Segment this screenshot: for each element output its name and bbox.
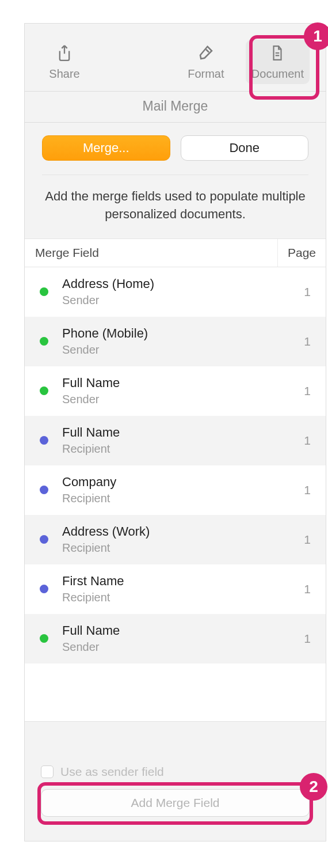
status-dot <box>40 287 48 296</box>
field-row[interactable]: CompanyRecipient1 <box>25 465 326 515</box>
status-dot <box>40 436 48 445</box>
share-button[interactable]: Share <box>39 40 90 84</box>
add-merge-field-button[interactable]: Add Merge Field <box>41 789 310 817</box>
field-role: Recipient <box>62 591 285 604</box>
status-dot <box>40 486 48 494</box>
format-label: Format <box>188 67 224 81</box>
field-role: Sender <box>62 294 285 307</box>
done-button[interactable]: Done <box>181 135 309 161</box>
page-number: 1 <box>285 285 326 299</box>
field-role: Recipient <box>62 442 285 456</box>
page-number: 1 <box>285 434 326 448</box>
status-dot <box>40 535 48 544</box>
fields-list: Address (Home)Sender1Phone (Mobile)Sende… <box>25 267 326 664</box>
field-text: Phone (Mobile)Sender <box>48 326 285 357</box>
field-row[interactable]: Full NameSender1 <box>25 614 326 664</box>
merge-button[interactable]: Merge... <box>42 135 170 161</box>
footer: Use as sender field Add Merge Field 2 <box>25 765 326 841</box>
field-text: CompanyRecipient <box>48 475 285 505</box>
field-text: Full NameSender <box>48 376 285 406</box>
list-bottom-gap <box>25 721 326 765</box>
field-name: First Name <box>62 574 285 589</box>
field-row[interactable]: Address (Home)Sender1 <box>25 267 326 317</box>
sender-field-row: Use as sender field <box>41 765 310 789</box>
field-name: Full Name <box>62 376 285 391</box>
toolbar: Share Format Document <box>25 24 326 91</box>
field-text: Full NameSender <box>48 623 285 654</box>
page-number: 1 <box>285 582 326 596</box>
paintbrush-icon <box>197 43 215 63</box>
section-title: Mail Merge <box>25 91 326 123</box>
field-name: Full Name <box>62 623 285 638</box>
field-text: First NameRecipient <box>48 574 285 604</box>
field-name: Address (Work) <box>62 524 285 539</box>
page-number: 1 <box>285 632 326 646</box>
inspector-panel: Share Format Document Mail Merge <box>24 23 326 842</box>
field-text: Address (Work)Recipient <box>48 524 285 555</box>
page-number: 1 <box>285 533 326 547</box>
field-name: Phone (Mobile) <box>62 326 285 341</box>
column-header-field[interactable]: Merge Field <box>25 246 277 260</box>
page-number: 1 <box>285 384 326 398</box>
list-blank-area <box>25 664 326 721</box>
status-dot <box>40 585 48 593</box>
status-dot <box>40 386 48 395</box>
field-name: Company <box>62 475 285 490</box>
sender-checkbox[interactable] <box>41 765 54 778</box>
help-text: Add the merge fields used to populate mu… <box>25 175 326 238</box>
sender-checkbox-label: Use as sender field <box>60 765 164 779</box>
field-name: Full Name <box>62 425 285 440</box>
field-text: Full NameRecipient <box>48 425 285 456</box>
column-header-page[interactable]: Page <box>277 239 326 267</box>
document-label: Document <box>251 67 304 81</box>
share-label: Share <box>49 67 79 81</box>
page-number: 1 <box>285 483 326 497</box>
page-number: 1 <box>285 335 326 348</box>
field-role: Sender <box>62 393 285 406</box>
field-role: Sender <box>62 640 285 654</box>
field-role: Sender <box>62 343 285 357</box>
buttons-row: Merge... Done <box>25 123 326 161</box>
field-row[interactable]: Address (Work)Recipient1 <box>25 515 326 564</box>
field-row[interactable]: Full NameRecipient1 <box>25 416 326 465</box>
document-button[interactable]: Document <box>246 40 310 84</box>
field-role: Recipient <box>62 492 285 505</box>
field-text: Address (Home)Sender <box>48 276 285 307</box>
share-icon <box>55 43 74 63</box>
document-icon <box>268 43 287 63</box>
format-button[interactable]: Format <box>180 40 232 84</box>
status-dot <box>40 634 48 643</box>
field-name: Address (Home) <box>62 276 285 291</box>
status-dot <box>40 337 48 346</box>
field-role: Recipient <box>62 541 285 555</box>
table-header: Merge Field Page <box>25 238 326 267</box>
field-row[interactable]: First NameRecipient1 <box>25 564 326 614</box>
field-row[interactable]: Phone (Mobile)Sender1 <box>25 317 326 366</box>
field-row[interactable]: Full NameSender1 <box>25 366 326 416</box>
